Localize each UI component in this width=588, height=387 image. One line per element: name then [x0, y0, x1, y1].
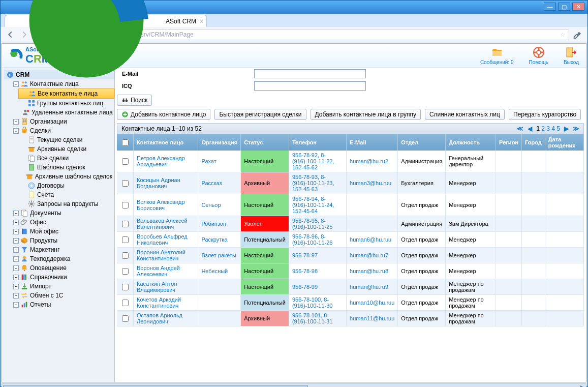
cell-link[interactable]: 956-78-99 — [292, 284, 318, 290]
row-checkbox[interactable] — [122, 221, 129, 227]
filter-email-input[interactable] — [254, 69, 366, 78]
browser-tab[interactable]: ASoft CRM × — [5, 15, 207, 27]
cell-link[interactable]: human@hu.ru9 — [350, 284, 388, 290]
sidebar-item[interactable]: Счета — [18, 190, 114, 199]
tree-expand-icon[interactable]: + — [13, 265, 19, 271]
exit-button[interactable]: Выход — [564, 46, 579, 65]
cell-link[interactable]: Взлет ракеты — [201, 252, 236, 258]
tree-expand-icon[interactable]: + — [13, 220, 19, 225]
cell-link[interactable]: Рахат — [201, 158, 216, 164]
messages-button[interactable]: Сообщений: 0 — [480, 46, 514, 65]
cell-link[interactable]: 956-78-100, 8-(916)-100-11-30 — [292, 296, 333, 309]
row-checkbox[interactable] — [122, 300, 129, 306]
pager-last-icon[interactable]: ≫ — [573, 125, 579, 132]
cell-link[interactable]: Вольваков Алексей Валентинович — [137, 218, 188, 230]
tree-expand-icon[interactable]: + — [13, 275, 19, 280]
window-close[interactable]: ✕ — [572, 3, 584, 11]
pager-prev-icon[interactable]: ◀ — [528, 125, 532, 132]
table-header[interactable]: Организация — [198, 134, 241, 151]
row-checkbox[interactable] — [122, 158, 129, 165]
cell-link[interactable]: Остапов Арнольд Леонидович — [137, 312, 182, 324]
select-all-checkbox[interactable] — [122, 139, 129, 146]
pager-page[interactable]: 3 — [546, 125, 550, 132]
cell-link[interactable]: 956-78-96, 8-(916)-100-11-26 — [292, 233, 333, 246]
pager-page[interactable]: 4 — [551, 125, 555, 132]
sidebar-item[interactable]: +Справочники — [11, 273, 114, 282]
pager-first-icon[interactable]: ≪ — [517, 125, 523, 132]
cell-link[interactable]: human6@hu.ruu — [350, 236, 391, 243]
sidebar-item[interactable]: Запросы на продукты — [18, 199, 114, 209]
row-checkbox[interactable] — [122, 180, 129, 187]
cell-link[interactable]: Небесный — [201, 268, 228, 274]
cell-link[interactable]: Воробьев Альфред Николаевич — [137, 233, 188, 246]
scrollbar-thumb[interactable] — [3, 385, 308, 387]
browser-menu-icon[interactable] — [572, 29, 583, 40]
pager-page[interactable]: 2 — [541, 125, 545, 132]
sidebar-item[interactable]: Архивные шаблоны сделок — [18, 172, 114, 181]
pager-page[interactable]: 1 — [536, 125, 540, 132]
sidebar-item[interactable]: Текущие сделки — [18, 135, 114, 144]
sidebar-item[interactable]: +Офис — [11, 218, 114, 227]
cell-link[interactable]: 956-78-92, 8-(916)-100-11-22, 152-45-62 — [292, 152, 334, 170]
help-button[interactable]: Помощь — [529, 46, 548, 65]
table-header[interactable]: Отдел — [398, 134, 446, 151]
sidebar-item[interactable]: Все сделки — [18, 154, 114, 163]
sidebar-item[interactable]: +Отчеты — [11, 300, 114, 309]
tree-expand-icon[interactable]: + — [13, 256, 19, 262]
table-header[interactable]: E-Mail — [347, 134, 398, 151]
sidebar-item[interactable]: +Оповещение — [11, 263, 114, 273]
table-header[interactable]: Дата рождения — [545, 134, 583, 151]
sidebar-item[interactable]: +Импорт — [11, 282, 114, 291]
cell-link[interactable]: Сеньор — [201, 202, 221, 208]
cell-link[interactable]: 956-78-95, 8-(916)-100-11-25 — [292, 218, 333, 230]
sidebar-item[interactable]: Шаблоны сделок — [18, 163, 114, 172]
pager-page[interactable]: 5 — [556, 125, 560, 132]
row-checkbox[interactable] — [122, 315, 129, 322]
bookmark-star-icon[interactable]: ☆ — [560, 31, 566, 38]
cell-link[interactable]: Волков Александр Борисович — [137, 199, 185, 211]
sidebar-item[interactable]: +Мой офис — [11, 227, 114, 236]
cell-link[interactable]: 956-78-97 — [292, 252, 318, 258]
sidebar-item[interactable]: +Техподдержка — [11, 254, 114, 263]
sidebar-item[interactable]: +Документы — [11, 209, 114, 218]
sidebar-item[interactable]: +Обмен с 1С — [11, 291, 114, 300]
filter-icq-input[interactable] — [254, 81, 366, 91]
sidebar-item[interactable]: Договоры — [18, 181, 114, 190]
table-header[interactable]: Должность — [446, 134, 496, 151]
add-to-group-button[interactable]: Добавить контактные лица в группу — [311, 109, 421, 120]
cell-link[interactable]: Робинзон — [201, 221, 226, 227]
table-header[interactable]: Телефон — [289, 134, 346, 151]
sidebar-item[interactable]: +Организации — [11, 117, 114, 126]
cell-link[interactable]: human3@hu.ruu — [350, 180, 391, 186]
sidebar-item[interactable]: Удаленные контактные лица — [18, 108, 114, 117]
table-header[interactable]: Регион — [496, 134, 522, 151]
row-checkbox[interactable] — [122, 202, 129, 209]
cell-link[interactable]: Раскрутка — [201, 236, 227, 243]
cell-link[interactable]: Петров Александр Аркадьевич — [137, 155, 185, 167]
tree-expand-icon[interactable]: + — [13, 302, 19, 308]
cell-link[interactable]: Косицын Адриан Богданович — [137, 177, 180, 189]
cell-link[interactable]: human@hu.ru2 — [350, 158, 388, 164]
tree-expand-icon[interactable]: + — [13, 211, 19, 216]
pager-next-icon[interactable]: ▶ — [564, 125, 569, 132]
tree-expand-icon[interactable]: + — [13, 247, 19, 253]
table-header[interactable]: Контактное лицо — [134, 134, 198, 151]
tree-expand-icon[interactable]: + — [13, 119, 19, 125]
row-checkbox[interactable] — [122, 252, 129, 259]
tree-expand-icon[interactable]: - — [13, 128, 19, 134]
add-contact-button[interactable]: Добавить контактное лицо — [117, 109, 210, 120]
tree-expand-icon[interactable]: + — [13, 293, 19, 299]
scroll-right-icon[interactable]: ▶ — [579, 384, 586, 387]
cell-link[interactable]: human11@hu.ruu — [350, 315, 394, 321]
cell-link[interactable]: 956-78-101, 8-(916)-100-11-31 — [292, 312, 333, 324]
cell-link[interactable]: human@hu.ru7 — [350, 252, 388, 258]
cell-link[interactable]: human@hu.ru8 — [350, 268, 388, 274]
tree-expand-icon[interactable]: + — [13, 284, 19, 289]
sidebar-item[interactable]: +Маркетинг — [11, 245, 114, 254]
table-header[interactable]: Статус — [241, 134, 289, 151]
sidebar-item[interactable]: Группы контактных лиц — [18, 99, 114, 108]
transfer-curator-button[interactable]: Передать кураторство — [509, 109, 581, 120]
sidebar-item[interactable]: Архивные сделки — [18, 144, 114, 154]
cell-link[interactable]: Кочетов Аркадий Константинович — [137, 296, 181, 309]
window-maximize[interactable]: ▢ — [558, 3, 570, 11]
